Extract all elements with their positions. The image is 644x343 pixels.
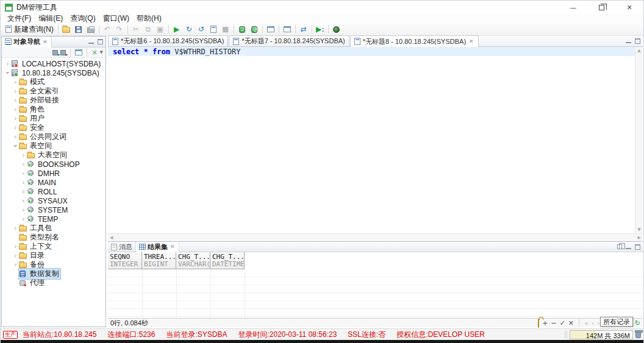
tree-item[interactable]: ›代理 xyxy=(2,278,106,288)
tree-expander-icon[interactable]: › xyxy=(12,242,19,250)
execute-back-button[interactable]: ↺ xyxy=(195,24,207,35)
menu-item[interactable]: 编辑(E) xyxy=(35,13,66,24)
maximize-panel-icon[interactable] xyxy=(98,39,103,44)
tree-item[interactable]: ›DMHR xyxy=(2,169,106,178)
connection-button[interactable]: ⇄ xyxy=(298,24,310,35)
tree-item[interactable]: ›安全 xyxy=(2,123,106,132)
restore-window-button[interactable] xyxy=(587,1,615,14)
tree-expander-icon[interactable]: › xyxy=(12,133,19,141)
tree-expander-icon[interactable]: › xyxy=(12,87,19,95)
redo-button[interactable]: ↷ xyxy=(113,24,126,35)
tree-expander-icon[interactable]: › xyxy=(12,261,19,269)
tree-item[interactable]: ›类型别名 xyxy=(2,233,106,242)
execute-in-new-window-button[interactable]: ↻ xyxy=(183,24,195,35)
tree-item[interactable]: ›公共同义词 xyxy=(2,132,106,141)
tree-item[interactable]: ›表空间 xyxy=(2,141,106,150)
tree-item[interactable]: ›全文索引 xyxy=(2,87,106,96)
sql-editor[interactable]: select * from V$WTHRD_HISTORY ▲ ▼ xyxy=(108,47,643,233)
show-plan-button[interactable] xyxy=(265,24,277,35)
tree-item[interactable]: ›SYSAUX xyxy=(2,196,106,205)
tree-item[interactable]: ›10.80.18.245(SYSDBA) xyxy=(2,68,106,77)
close-window-button[interactable]: ✕ xyxy=(615,1,643,14)
scroll-up-icon[interactable]: ▲ xyxy=(637,48,640,53)
view-menu-button[interactable]: ▼ xyxy=(100,50,103,55)
tree-item[interactable]: ›用户 xyxy=(2,114,106,123)
debug-settings-button[interactable] xyxy=(331,24,343,35)
column-header[interactable]: SEQNOINTEGER xyxy=(108,252,142,269)
tree-expander-icon[interactable]: › xyxy=(20,197,27,205)
menu-item[interactable]: 帮助(H) xyxy=(133,13,165,24)
sql-editor-text[interactable]: select * from V$WTHRD_HISTORY xyxy=(108,47,635,233)
tree-expander-icon[interactable]: › xyxy=(20,160,27,168)
open-file-button[interactable] xyxy=(60,24,73,35)
close-icon[interactable]: ✕ xyxy=(42,39,48,45)
refresh-view-button[interactable] xyxy=(75,49,82,55)
prev-page-button[interactable]: ‹ xyxy=(592,320,594,327)
tree-expander-icon[interactable]: › xyxy=(4,60,11,68)
first-page-button[interactable]: « xyxy=(584,320,589,327)
tree-item[interactable]: ›模式 xyxy=(2,77,106,87)
tree-expander-icon[interactable]: › xyxy=(20,169,27,177)
editor-tab[interactable]: *无标题8 - 10.80.18.245(SYSDBA)✕ xyxy=(350,35,479,47)
column-header[interactable]: THREA...BIGINT xyxy=(142,252,176,269)
maximize-results-icon[interactable] xyxy=(635,244,640,250)
tree-expander-icon[interactable]: › xyxy=(20,215,27,223)
cancel-button[interactable]: ✕ xyxy=(568,320,574,327)
tree-item[interactable]: ›外部链接 xyxy=(2,96,106,105)
tree-item[interactable]: ›BOOKSHOP xyxy=(2,160,106,169)
column-header[interactable]: CHG_T...DATETIME xyxy=(210,252,245,269)
save-button[interactable] xyxy=(73,24,85,35)
new-window-button[interactable] xyxy=(281,24,293,35)
tree-item[interactable]: ›TEMP xyxy=(2,214,106,224)
collapse-all-button[interactable]: ✕ xyxy=(91,49,97,57)
delete-row-button[interactable]: − xyxy=(551,320,556,327)
stop-button[interactable]: ■ xyxy=(220,24,232,35)
tree-expander-icon[interactable]: › xyxy=(12,115,19,122)
editor-vertical-scrollbar[interactable]: ▲ ▼ xyxy=(635,47,643,233)
results-tab-resultset[interactable]: 结果集✕ xyxy=(136,242,179,252)
cut-button[interactable]: ✂ xyxy=(130,24,142,35)
tree-expander-icon[interactable]: › xyxy=(12,252,19,260)
minimize-results-icon[interactable] xyxy=(626,244,631,250)
tree-item[interactable]: ›目录 xyxy=(2,251,106,260)
tree-item[interactable]: ›数据复制 xyxy=(2,269,106,278)
apply-button[interactable]: ✓ xyxy=(560,320,565,327)
copy-button[interactable]: ⧉ xyxy=(142,24,154,35)
tree-item[interactable]: ›上下文 xyxy=(2,242,106,251)
disconnect-button[interactable] xyxy=(60,50,66,55)
tree-expander-icon[interactable]: › xyxy=(12,124,19,132)
minimize-panel-icon[interactable] xyxy=(88,39,94,44)
tree-item[interactable]: ›MAIN xyxy=(2,178,106,187)
column-header[interactable]: CHG_T...VARCHAR( xyxy=(176,252,210,269)
scroll-right-icon[interactable]: ▶ xyxy=(638,235,641,240)
paste-button[interactable]: ▣ xyxy=(154,24,166,35)
garbage-collect-icon[interactable] xyxy=(635,331,641,338)
rollback-button[interactable] xyxy=(248,24,260,35)
tree-item[interactable]: ›LOCALHOST(SYSDBA) xyxy=(2,59,106,68)
next-page-button[interactable]: › xyxy=(597,320,599,327)
menu-item[interactable]: 文件(F) xyxy=(4,13,35,24)
minimize-window-button[interactable]: — xyxy=(559,1,587,14)
tree-item[interactable]: ›ROLL xyxy=(2,187,106,196)
menu-item[interactable]: 查询(Q) xyxy=(66,13,99,24)
tree-expander-icon[interactable]: › xyxy=(20,151,27,159)
tree-expander-icon[interactable]: › xyxy=(12,105,19,113)
tree-expander-icon[interactable]: › xyxy=(12,96,19,104)
tree-item[interactable]: ›SYSTEM xyxy=(2,205,106,214)
scroll-down-icon[interactable]: ▼ xyxy=(637,227,640,232)
editor-horizontal-scrollbar[interactable]: ◀ ▶ xyxy=(108,233,643,241)
new-query-button[interactable]: 新建查询(N) xyxy=(3,24,56,35)
refresh-results-button[interactable]: ↻ xyxy=(635,320,640,327)
debug-run-button[interactable]: ▶ xyxy=(314,24,326,35)
execute-script-button[interactable] xyxy=(207,24,220,35)
tree-expander-icon[interactable]: › xyxy=(12,224,19,232)
connect-button[interactable] xyxy=(52,50,58,55)
execute-button[interactable]: ▶ xyxy=(171,24,183,35)
close-icon[interactable]: ✕ xyxy=(170,244,176,250)
tree-item[interactable]: ›工具包 xyxy=(2,224,106,233)
print-button[interactable] xyxy=(85,24,97,35)
minimize-editor-icon[interactable] xyxy=(626,38,631,44)
results-tab-messages[interactable]: 消息 xyxy=(108,242,136,252)
tree-expander-icon[interactable]: › xyxy=(20,188,27,196)
menu-item[interactable]: 窗口(W) xyxy=(99,13,133,24)
